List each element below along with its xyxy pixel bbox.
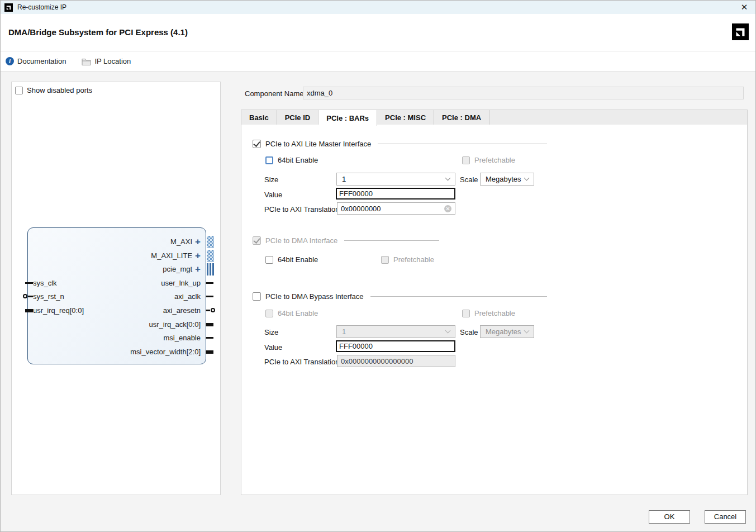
port-stub [25,282,33,284]
port-stub [28,296,33,297]
bypass-prefetchable-label: Prefetchable [474,309,515,317]
recustomize-ip-dialog: Re-customize IP ✕ DMA/Bridge Subsystem f… [0,0,756,532]
tab-pcie-bars[interactable]: PCIe : BARs [318,110,377,126]
axi-lite-section-header: PCIe to AXI Lite Master Interface [253,140,547,148]
axi-lite-64bit-row: 64bit Enable [265,156,318,164]
dma-64bit-label: 64bit Enable [278,255,318,264]
pcie-bars-tab-panel: PCIe to AXI Lite Master Interface 64bit … [241,125,748,495]
cancel-button[interactable]: Cancel [705,510,746,524]
dialog-header: DMA/Bridge Subsystem for PCI Express (4.… [1,14,755,51]
documentation-button[interactable]: i Documentation [6,57,66,65]
clear-icon[interactable]: ✕ [444,205,451,212]
section-divider [378,144,547,144]
dma-prefetchable-checkbox [381,256,389,264]
bypass-prefetchable-row: Prefetchable [462,309,515,317]
port-label: sys_clk [33,279,57,287]
port-label: sys_rst_n [33,292,64,301]
port-stub [206,282,213,284]
port-stub [206,337,213,339]
bypass-64bit-row: 64bit Enable [265,309,318,317]
bypass-value-input[interactable] [336,340,455,352]
port-label: M_AXI [170,238,192,246]
bypass-64bit-label: 64bit Enable [278,309,318,317]
bypass-translation-field: 0x0000000000000000 [337,355,455,367]
window-title: Re-customize IP [17,3,66,11]
axi-lite-scale-value: Megabytes [486,175,521,183]
toolbar: i Documentation IP Location [1,51,755,72]
axi-lite-section-title: PCIe to AXI Lite Master Interface [265,140,371,148]
section-divider [370,296,547,297]
ip-title: DMA/Bridge Subsystem for PCI Express (4.… [8,27,188,37]
bus-stub [206,350,213,354]
dma-64bit-row: 64bit Enable [265,255,318,264]
expand-plus-icon[interactable]: + [195,252,201,260]
axi-lite-value-label: Value [264,191,282,199]
axi-lite-translation-label: PCIe to AXI Translation [264,205,339,213]
folder-icon [82,58,91,65]
dma-enable-checkbox [253,236,261,245]
info-icon: i [6,57,14,65]
component-name-field[interactable]: xdma_0 [303,87,744,99]
port-label: msi_vector_width[2:0] [130,348,201,356]
port-label: M_AXI_LITE [151,251,192,260]
chevron-down-icon [524,175,530,181]
documentation-label: Documentation [17,57,66,65]
chevron-down-icon [445,175,451,181]
axi-lite-scale-dropdown[interactable]: Megabytes [480,173,534,186]
dma-64bit-checkbox[interactable] [265,256,273,264]
port-label: user_lnk_up [161,279,201,287]
axi-interface-icon [207,236,214,248]
axi-lite-enable-checkbox[interactable] [253,140,261,148]
port-row-sys-clk: sys_clk [33,276,57,290]
axi-lite-value-input[interactable] [336,188,455,200]
xilinx-logo [732,23,749,40]
bypass-prefetchable-checkbox [462,310,470,317]
port-label: axi_aresetn [163,306,201,315]
axi-lite-64bit-label: 64bit Enable [278,156,318,164]
port-row-msi-enable: msi_enable [28,331,206,345]
axi-interface-icon [207,250,214,262]
axi-lite-translation-field[interactable]: 0x00000000 ✕ [337,202,455,215]
bypass-size-dropdown: 1 [336,325,455,338]
expand-plus-icon[interactable]: + [195,265,201,273]
axi-lite-size-dropdown[interactable]: 1 [336,173,455,186]
bypass-scale-value: Megabytes [486,327,521,336]
bypass-section-header: PCIe to DMA Bypass Interface [253,292,547,301]
show-disabled-ports-checkbox[interactable] [15,87,23,94]
tab-strip: Basic PCIe ID PCIe : BARs PCIe : MISC PC… [241,110,748,125]
ip-location-button[interactable]: IP Location [82,57,131,65]
ok-button[interactable]: OK [649,510,690,524]
bypass-enable-checkbox[interactable] [253,292,261,301]
dma-section-title: PCIe to DMA Interface [265,236,337,245]
axi-lite-size-value: 1 [342,175,346,183]
port-row-usr-irq-req: usr_irq_req[0:0] [33,303,84,317]
close-icon[interactable]: ✕ [739,2,750,13]
port-row-sys-rst-n: sys_rst_n [33,289,64,303]
expand-plus-icon[interactable]: + [195,238,201,246]
title-bar: Re-customize IP ✕ [1,1,755,14]
port-label: axi_aclk [174,292,201,301]
tab-basic[interactable]: Basic [241,110,277,125]
axi-lite-64bit-checkbox[interactable] [265,156,273,164]
tab-pcie-id[interactable]: PCIe ID [277,110,319,125]
bypass-section-title: PCIe to DMA Bypass Interface [265,292,364,301]
port-row-msi-vector-width: msi_vector_width[2:0] [28,345,206,359]
ip-block-symbol: M_AXI + M_AXI_LITE + pcie_mgt + user_lnk… [27,227,206,364]
pcie-interface-icon [207,263,214,276]
bypass-translation-label: PCIe to AXI Translation [264,358,339,366]
axi-lite-prefetchable-row: Prefetchable [462,156,515,164]
bypass-size-value: 1 [342,327,346,336]
chevron-down-icon [524,328,530,334]
axi-lite-prefetchable-checkbox [462,156,470,164]
axi-lite-scale-label: Scale [460,175,478,184]
bypass-64bit-checkbox [265,310,273,317]
dma-prefetchable-row: Prefetchable [381,255,434,264]
axi-lite-prefetchable-label: Prefetchable [474,156,515,164]
tab-pcie-misc[interactable]: PCIe : MISC [377,110,434,125]
port-row-m-axi-lite: M_AXI_LITE + [28,249,206,263]
port-stub [206,310,210,311]
bypass-translation-value: 0x0000000000000000 [341,357,413,365]
tab-pcie-dma[interactable]: PCIe : DMA [434,110,489,125]
bus-stub [206,323,213,326]
port-row-m-axi: M_AXI + [28,235,206,249]
